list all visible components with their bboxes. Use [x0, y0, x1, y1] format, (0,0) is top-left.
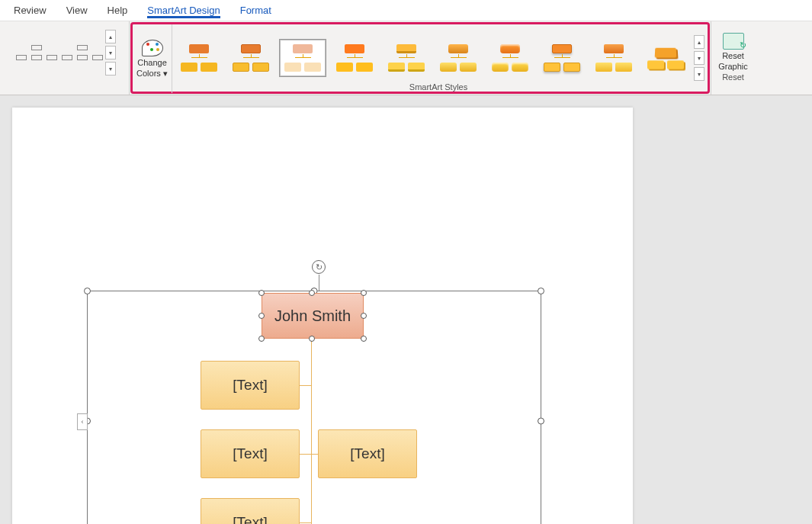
tab-view[interactable]: View [66, 3, 88, 18]
connector-h3 [300, 522, 311, 523]
node-handle[interactable] [258, 336, 265, 342]
style-thumb-4[interactable] [331, 39, 378, 77]
tab-smartart-design[interactable]: SmartArt Design [147, 3, 220, 18]
ribbon: ▴ ▾ ▾ Change Colors ▾ [0, 21, 812, 95]
style-thumb-5[interactable] [383, 39, 430, 77]
node-handle[interactable] [361, 290, 367, 296]
palette-icon [142, 40, 163, 56]
change-colors-label-1: Change [137, 58, 167, 67]
layouts-more[interactable]: ▾ [105, 62, 116, 76]
resize-handle-tl[interactable] [84, 288, 91, 294]
node-handle[interactable] [258, 290, 265, 296]
layouts-group: ▴ ▾ ▾ [0, 21, 130, 95]
style-thumb-7[interactable] [486, 39, 534, 77]
styles-gallery-controls: ▴ ▾ ▾ [694, 35, 704, 81]
layout-thumb-1[interactable] [14, 34, 59, 71]
layouts-scroll-down[interactable]: ▾ [105, 46, 116, 59]
style-thumb-6[interactable] [435, 39, 482, 77]
style-thumb-9[interactable] [590, 39, 637, 77]
smartart-node-child-2[interactable]: [Text] [201, 429, 300, 478]
style-thumb-8[interactable] [538, 39, 586, 77]
node-handle[interactable] [361, 313, 367, 319]
tab-help[interactable]: Help [108, 3, 128, 18]
connector-vertical [311, 339, 312, 524]
reset-graphic-label-1: Reset [722, 51, 744, 60]
connector-h2 [300, 454, 318, 455]
smartart-node-child-4[interactable]: [Text] [201, 498, 300, 524]
smartart-styles-group-label: SmartArt Styles [133, 82, 743, 92]
layouts-gallery-controls: ▴ ▾ ▾ [105, 30, 116, 76]
styles-more[interactable]: ▾ [694, 67, 704, 81]
resize-handle-r[interactable] [538, 418, 544, 425]
smartart-styles-gallery: ▴ ▾ ▾ [172, 24, 708, 92]
tab-format[interactable]: Format [240, 3, 271, 18]
node-handle[interactable] [361, 336, 367, 342]
reset-graphic-icon [723, 33, 744, 50]
layout-thumb-2[interactable] [59, 34, 105, 71]
reset-graphic-label-2: Graphic [718, 62, 748, 71]
styles-scroll-up[interactable]: ▴ [694, 35, 704, 49]
reset-group-label: Reset [713, 72, 753, 83]
text-pane-toggle[interactable]: ‹ [77, 413, 88, 430]
smartart-selection-frame[interactable]: ‹ John Smith [Text] [Text] [Text] [Text] [87, 291, 541, 524]
ribbon-tabs: Review View Help SmartArt Design Format [0, 0, 812, 21]
node-handle[interactable] [258, 313, 265, 319]
layouts-scroll-up[interactable]: ▴ [105, 30, 116, 43]
reset-graphic-button[interactable]: Reset Graphic [718, 33, 748, 71]
chevron-down-icon: ▾ [163, 69, 168, 78]
styles-scroll-down[interactable]: ▾ [694, 51, 704, 65]
smartart-node-root[interactable]: John Smith [262, 293, 364, 339]
style-thumb-1[interactable] [175, 39, 223, 77]
smartart-node-child-3[interactable]: [Text] [318, 429, 417, 478]
rotate-handle[interactable]: ↻ [312, 260, 326, 274]
document-area: ↻ ‹ John Smith [0, 95, 812, 524]
layouts-group-label [0, 84, 129, 95]
document-page[interactable]: ↻ ‹ John Smith [12, 108, 633, 524]
resize-handle-tr[interactable] [538, 288, 544, 294]
style-thumb-10[interactable] [642, 39, 689, 77]
connector-h1 [300, 385, 311, 386]
change-colors-label-2: Colors ▾ [136, 69, 168, 78]
style-thumb-3[interactable] [279, 39, 326, 77]
smartart-node-child-1[interactable]: [Text] [201, 361, 300, 410]
tab-review[interactable]: Review [14, 3, 47, 18]
node-handle[interactable] [309, 336, 315, 342]
style-thumb-2[interactable] [227, 39, 274, 77]
node-handle[interactable] [309, 290, 315, 296]
